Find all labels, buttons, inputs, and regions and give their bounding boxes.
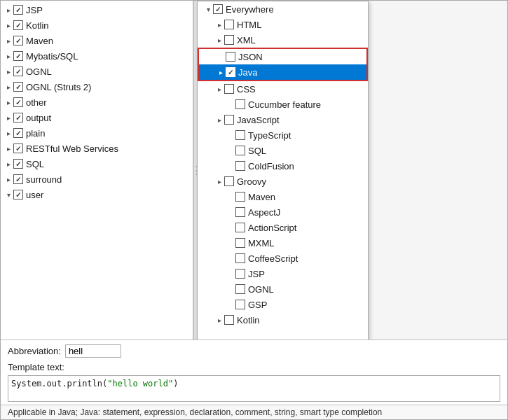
dropdown-checkbox-javascript[interactable] bbox=[224, 115, 234, 125]
item-label-plain: plain bbox=[26, 128, 45, 139]
dropdown-label-cucumber: Cucumber feature bbox=[248, 99, 321, 110]
checkbox-sql[interactable] bbox=[13, 159, 23, 169]
dropdown-checkbox-mxml[interactable] bbox=[235, 238, 245, 248]
dropdown-label-coldfusion: ColdFusion bbox=[248, 161, 294, 172]
item-label-mybatis: Mybatis/SQL bbox=[26, 51, 78, 62]
left-tree-item-jsp[interactable]: JSP bbox=[1, 2, 193, 18]
dropdown-label-coffeescript: CoffeeScript bbox=[248, 253, 298, 264]
dropdown-item-java[interactable]: Java bbox=[199, 64, 366, 80]
left-tree-item-kotlin[interactable]: Kotlin bbox=[1, 18, 193, 33]
dropdown-checkbox-coldfusion[interactable] bbox=[235, 161, 245, 171]
dropdown-checkbox-jsp_drop[interactable] bbox=[235, 269, 245, 279]
dropdown-checkbox-coffeescript[interactable] bbox=[235, 253, 245, 263]
checkbox-kotlin[interactable] bbox=[13, 20, 23, 30]
dropdown-item-gsp[interactable]: GSP bbox=[198, 297, 368, 312]
dropdown-checkbox-kotlin_drop[interactable] bbox=[224, 315, 234, 325]
dropdown-checkbox-json[interactable] bbox=[226, 52, 235, 62]
left-tree-item-output[interactable]: output bbox=[1, 110, 193, 125]
left-tree-item-other[interactable]: other bbox=[1, 94, 193, 110]
dropdown-checkbox-ognl_drop[interactable] bbox=[235, 284, 245, 294]
dropdown-checkbox-everywhere[interactable] bbox=[213, 4, 223, 14]
dropdown-item-aspectj[interactable]: AspectJ bbox=[198, 204, 368, 220]
dropdown-label-maven_drop: Maven bbox=[248, 192, 275, 202]
status-bar: Applicable in Java; Java: statement, exp… bbox=[1, 405, 507, 419]
dropdown-item-coldfusion[interactable]: ColdFusion bbox=[198, 158, 368, 174]
dropdown-label-aspectj: AspectJ bbox=[248, 207, 280, 218]
left-panel[interactable]: JSPKotlinMavenMybatis/SQLOGNLOGNL (Strut… bbox=[1, 1, 193, 340]
dropdown-item-cucumber[interactable]: Cucumber feature bbox=[198, 97, 368, 112]
dropdown-checkbox-xml[interactable] bbox=[224, 35, 234, 45]
dropdown-label-java: Java bbox=[238, 67, 257, 78]
item-label-jsp: JSP bbox=[26, 5, 43, 15]
dropdown-item-javascript[interactable]: JavaScript bbox=[198, 112, 368, 127]
dropdown-item-json[interactable]: JSON bbox=[199, 49, 366, 64]
left-tree-item-plain[interactable]: plain bbox=[1, 125, 193, 141]
json-java-highlight-border: JSONJava bbox=[198, 48, 368, 81]
template-text-area[interactable]: System.out.println("hello world") bbox=[8, 375, 500, 402]
left-tree-item-mybatis[interactable]: Mybatis/SQL bbox=[1, 48, 193, 64]
checkbox-ognl[interactable] bbox=[13, 66, 23, 76]
dropdown-checkbox-aspectj[interactable] bbox=[235, 207, 245, 217]
arrow-icon-restful bbox=[4, 145, 13, 153]
dropdown-label-sql_drop: SQL bbox=[248, 146, 266, 156]
checkbox-output[interactable] bbox=[13, 113, 23, 122]
dropdown-checkbox-cucumber[interactable] bbox=[235, 99, 245, 109]
dropdown-item-jsp_drop[interactable]: JSP bbox=[198, 266, 368, 281]
dropdown-item-css[interactable]: CSS bbox=[198, 81, 368, 97]
checkbox-other[interactable] bbox=[13, 97, 23, 107]
dropdown-checkbox-java[interactable] bbox=[226, 67, 235, 77]
right-dropdown[interactable]: EverywhereHTMLXMLJSONJavaCSSCucumber fea… bbox=[197, 1, 369, 340]
dropdown-checkbox-html[interactable] bbox=[224, 20, 234, 29]
dropdown-checkbox-css[interactable] bbox=[224, 84, 234, 94]
dropdown-item-typescript[interactable]: TypeScript bbox=[198, 127, 368, 143]
item-label-user: user bbox=[26, 190, 43, 200]
checkbox-ognl_struts[interactable] bbox=[13, 82, 23, 92]
dropdown-item-ognl_drop[interactable]: OGNL bbox=[198, 281, 368, 297]
arrow-icon-plain bbox=[4, 130, 13, 137]
dropdown-item-everywhere[interactable]: Everywhere bbox=[198, 1, 368, 17]
dropdown-item-maven_drop[interactable]: Maven bbox=[198, 189, 368, 204]
dropdown-checkbox-maven_drop[interactable] bbox=[235, 192, 245, 202]
template-code-string: "hello world" bbox=[107, 379, 173, 388]
left-tree-item-maven[interactable]: Maven bbox=[1, 33, 193, 48]
checkbox-user[interactable] bbox=[13, 190, 23, 200]
dropdown-checkbox-groovy[interactable] bbox=[224, 176, 234, 186]
dropdown-arrow-icon-groovy bbox=[214, 178, 224, 186]
dropdown-checkbox-sql_drop[interactable] bbox=[235, 146, 245, 155]
dropdown-arrow-icon-javascript bbox=[214, 116, 224, 124]
left-tree-item-restful[interactable]: RESTful Web Services bbox=[1, 141, 193, 156]
dropdown-label-gsp: GSP bbox=[248, 300, 267, 310]
dropdown-item-sql_drop[interactable]: SQL bbox=[198, 143, 368, 158]
dropdown-label-jsp_drop: JSP bbox=[248, 269, 265, 279]
checkbox-jsp[interactable] bbox=[13, 5, 23, 15]
dropdown-checkbox-typescript[interactable] bbox=[235, 130, 245, 140]
dropdown-label-html: HTML bbox=[237, 20, 261, 30]
abbreviation-input[interactable] bbox=[65, 344, 121, 358]
dropdown-item-groovy[interactable]: Groovy bbox=[198, 174, 368, 189]
left-tree-item-ognl_struts[interactable]: OGNL (Struts 2) bbox=[1, 79, 193, 94]
dropdown-arrow-icon-xml bbox=[214, 36, 224, 44]
checkbox-restful[interactable] bbox=[13, 144, 23, 153]
dropdown-checkbox-actionscript[interactable] bbox=[235, 223, 245, 232]
checkbox-surround[interactable] bbox=[13, 174, 23, 184]
dropdown-item-html[interactable]: HTML bbox=[198, 17, 368, 32]
status-text: Applicable in Java; Java: statement, exp… bbox=[8, 407, 382, 417]
checkbox-maven[interactable] bbox=[13, 36, 23, 46]
arrow-icon-other bbox=[4, 99, 13, 106]
left-tree-item-ognl[interactable]: OGNL bbox=[1, 64, 193, 79]
arrow-icon-user bbox=[4, 191, 13, 199]
dropdown-label-ognl_drop: OGNL bbox=[248, 284, 274, 295]
dropdown-item-actionscript[interactable]: ActionScript bbox=[198, 220, 368, 235]
dropdown-item-xml[interactable]: XML bbox=[198, 32, 368, 48]
dropdown-item-kotlin_drop[interactable]: Kotlin bbox=[198, 312, 368, 328]
dropdown-label-xml: XML bbox=[237, 35, 256, 46]
dropdown-label-everywhere: Everywhere bbox=[226, 4, 274, 15]
left-tree-item-user[interactable]: user bbox=[1, 187, 193, 202]
dropdown-item-mxml[interactable]: MXML bbox=[198, 235, 368, 251]
left-tree-item-sql[interactable]: SQL bbox=[1, 156, 193, 172]
dropdown-item-coffeescript[interactable]: CoffeeScript bbox=[198, 251, 368, 266]
checkbox-mybatis[interactable] bbox=[13, 51, 23, 61]
checkbox-plain[interactable] bbox=[13, 128, 23, 138]
left-tree-item-surround[interactable]: surround bbox=[1, 172, 193, 187]
dropdown-checkbox-gsp[interactable] bbox=[235, 300, 245, 309]
